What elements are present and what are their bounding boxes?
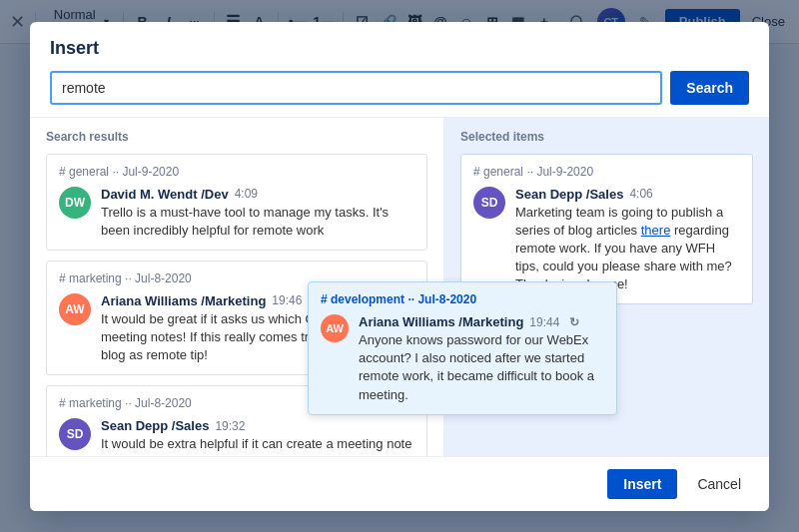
insert-button[interactable]: Insert bbox=[607, 469, 677, 499]
separator: ·· bbox=[125, 271, 135, 285]
search-row: Search bbox=[50, 71, 749, 105]
message-body: Sean Depp /Sales 19:32 It would be extra… bbox=[101, 418, 414, 455]
message-author: David M. Wendt /Dev 4:09 bbox=[101, 187, 414, 202]
search-input[interactable] bbox=[50, 71, 662, 105]
date: Jul-8-2020 bbox=[135, 271, 192, 285]
separator: ·· bbox=[125, 396, 135, 410]
date: Jul-9-2020 bbox=[122, 165, 179, 179]
separator: ·· bbox=[407, 292, 417, 306]
date: Jul-9-2020 bbox=[536, 165, 593, 179]
message-time: 4:09 bbox=[235, 187, 258, 201]
avatar: SD bbox=[473, 187, 505, 219]
avatar: AW bbox=[321, 314, 349, 342]
separator: ·· bbox=[112, 165, 122, 179]
message-body: Ariana Williams /Marketing 19:44 ↻ Anyon… bbox=[359, 314, 604, 404]
result-message: SD Sean Depp /Sales 4:06 Marketing team … bbox=[473, 187, 740, 294]
refresh-icon: ↻ bbox=[569, 315, 579, 329]
message-author: Sean Depp /Sales 4:06 bbox=[515, 187, 740, 202]
floating-date: Jul-8-2020 bbox=[417, 292, 476, 306]
results-label: Search results bbox=[46, 130, 427, 144]
channel-name: # marketing bbox=[59, 271, 122, 285]
floating-card-header: # development ·· Jul-8-2020 bbox=[321, 292, 604, 306]
result-channel-header: # general ·· Jul-9-2020 bbox=[473, 165, 740, 179]
separator: ·· bbox=[526, 165, 536, 179]
insert-modal: Insert Search Search results # general ·… bbox=[30, 22, 769, 511]
message-author: Sean Depp /Sales 19:32 bbox=[101, 418, 414, 433]
avatar: DW bbox=[59, 187, 91, 219]
search-button[interactable]: Search bbox=[670, 71, 749, 105]
result-message: SD Sean Depp /Sales 19:32 It would be ex… bbox=[59, 418, 414, 455]
floating-card: # development ·· Jul-8-2020 AW Ariana Wi… bbox=[308, 281, 617, 415]
modal-overlay: Insert Search Search results # general ·… bbox=[0, 0, 799, 532]
channel-name: # general bbox=[473, 165, 523, 179]
floating-channel: # development bbox=[321, 292, 404, 306]
channel-name: # marketing bbox=[59, 396, 122, 410]
cancel-button[interactable]: Cancel bbox=[685, 469, 753, 499]
author-name: Sean Depp /Sales bbox=[101, 418, 209, 433]
link[interactable]: there bbox=[641, 223, 671, 238]
avatar: SD bbox=[59, 418, 91, 450]
date: Jul-8-2020 bbox=[135, 396, 192, 410]
message-text: Anyone knows password for our WebEx acco… bbox=[359, 331, 604, 404]
message-time: 19:32 bbox=[215, 419, 245, 433]
selected-label: Selected items bbox=[460, 130, 753, 144]
modal-footer: Insert Cancel bbox=[30, 456, 769, 511]
message-time: 19:44 bbox=[529, 315, 559, 329]
author-name: Ariana Williams /Marketing bbox=[359, 314, 523, 329]
channel-name: # general bbox=[59, 165, 109, 179]
message-text: It would be extra helpful if it can crea… bbox=[101, 435, 414, 455]
message-body: Sean Depp /Sales 4:06 Marketing team is … bbox=[515, 187, 740, 294]
author-name: David M. Wendt /Dev bbox=[101, 187, 229, 202]
modal-header: Insert Search bbox=[30, 22, 769, 118]
author-name: Sean Depp /Sales bbox=[515, 187, 623, 202]
author-name: Ariana Williams /Marketing bbox=[101, 293, 266, 308]
floating-card-message: AW Ariana Williams /Marketing 19:44 ↻ An… bbox=[321, 314, 604, 404]
result-channel-header: # general ·· Jul-9-2020 bbox=[59, 165, 414, 179]
message-text: Marketing team is going to publish a ser… bbox=[515, 204, 740, 294]
message-text: Trello is a must-have tool to manage my … bbox=[101, 204, 414, 240]
message-time: 4:06 bbox=[629, 187, 652, 201]
message-body: David M. Wendt /Dev 4:09 Trello is a mus… bbox=[101, 187, 414, 240]
result-item[interactable]: # general ·· Jul-9-2020 DW David M. Wend… bbox=[46, 154, 427, 251]
message-time: 19:46 bbox=[272, 293, 302, 307]
message-author: Ariana Williams /Marketing 19:44 ↻ bbox=[359, 314, 604, 329]
result-message: DW David M. Wendt /Dev 4:09 Trello is a … bbox=[59, 187, 414, 240]
modal-title: Insert bbox=[50, 38, 749, 59]
avatar: AW bbox=[59, 293, 91, 325]
